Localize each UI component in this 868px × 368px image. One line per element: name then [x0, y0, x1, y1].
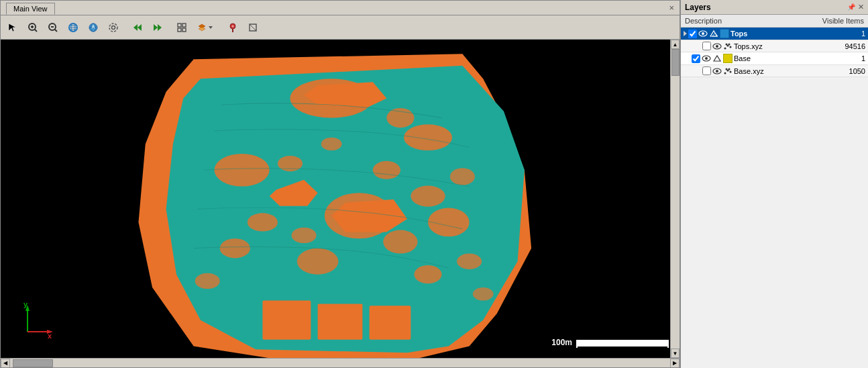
- axes-indicator: y x: [14, 302, 54, 342]
- main-viewport[interactable]: y x 100m: [1, 40, 680, 358]
- scroll-track-v[interactable]: [671, 49, 680, 349]
- svg-marker-76: [712, 33, 718, 36]
- svg-point-40: [214, 154, 269, 187]
- back-button[interactable]: [128, 18, 147, 37]
- scroll-up-button[interactable]: ▲: [671, 40, 680, 49]
- globe-button[interactable]: [64, 18, 83, 37]
- base-xyz-label: Base.xyz: [734, 67, 764, 75]
- layer-row-tops[interactable]: Tops 1: [681, 28, 868, 40]
- svg-marker-19: [133, 24, 138, 31]
- svg-point-91: [730, 71, 732, 73]
- scroll-down-button[interactable]: ▼: [671, 349, 680, 358]
- layers-pin-button[interactable]: 📌: [847, 3, 855, 11]
- base-label: Base: [734, 54, 751, 62]
- svg-rect-51: [262, 301, 311, 340]
- svg-point-55: [321, 138, 342, 150]
- svg-rect-52: [318, 304, 363, 339]
- scale-label: 100m: [547, 336, 576, 349]
- scroll-thumb-h[interactable]: [13, 359, 53, 367]
- main-view-tab[interactable]: Main View: [6, 3, 55, 15]
- tops-xyz-eye-icon: [712, 43, 722, 50]
- svg-point-58: [450, 168, 475, 185]
- select-tool-button[interactable]: [3, 18, 22, 37]
- layers-close-button[interactable]: ✕: [858, 3, 864, 11]
- svg-point-46: [297, 248, 339, 275]
- grid-button[interactable]: [172, 18, 191, 37]
- svg-point-32: [232, 25, 234, 27]
- svg-point-61: [414, 265, 441, 283]
- svg-rect-24: [182, 24, 186, 27]
- main-view-area: Main View ×: [0, 0, 680, 368]
- tops-xyz-count: 94516: [814, 40, 868, 52]
- base-xyz-eye-icon: [712, 68, 722, 75]
- svg-point-57: [411, 186, 445, 207]
- scroll-left-button[interactable]: ◀: [1, 359, 10, 368]
- layers-panel-title: Layers: [685, 3, 847, 12]
- base-xyz-count: 1050: [814, 65, 868, 77]
- svg-point-85: [705, 57, 708, 60]
- svg-point-50: [195, 273, 220, 289]
- svg-rect-72: [667, 340, 669, 348]
- base-terrain-icon: [712, 54, 722, 62]
- layer-row-tops-xyz[interactable]: Tops.xyz 94516: [681, 40, 868, 52]
- tab-close-button[interactable]: ×: [669, 3, 674, 13]
- svg-point-49: [220, 238, 250, 258]
- tops-xyz-checkbox[interactable]: [702, 42, 711, 50]
- settings-button[interactable]: [104, 18, 123, 37]
- svg-point-78: [716, 45, 718, 48]
- svg-rect-53: [370, 306, 411, 340]
- svg-point-56: [373, 161, 400, 179]
- base-xyz-pointcloud-icon: [723, 67, 733, 75]
- col-visible-items: Visible Items: [814, 15, 868, 28]
- svg-line-34: [250, 24, 256, 31]
- svg-line-4: [35, 29, 38, 32]
- svg-point-83: [728, 43, 730, 45]
- svg-point-74: [702, 32, 704, 35]
- svg-marker-75: [710, 31, 717, 36]
- main-toolbar: [1, 15, 680, 40]
- layers-panel: Layers 📌 ✕ Description Visible Items: [680, 0, 868, 368]
- tops-xyz-label: Tops.xyz: [734, 42, 763, 50]
- horizontal-scrollbar[interactable]: ◀ ▶: [1, 358, 680, 367]
- svg-marker-29: [209, 26, 213, 29]
- base-checkbox[interactable]: [692, 54, 700, 63]
- tab-bar: Main View ×: [1, 1, 680, 15]
- svg-rect-23: [178, 24, 181, 27]
- expand-tops-arrow[interactable]: [684, 31, 687, 36]
- layer-dropdown-button[interactable]: [193, 18, 218, 37]
- tops-count: 1: [814, 28, 868, 40]
- svg-point-92: [726, 68, 728, 70]
- base-eye-icon: [702, 55, 711, 62]
- zoom-out-button[interactable]: [44, 18, 62, 37]
- svg-point-48: [428, 208, 470, 237]
- tops-terrain-icon: [709, 30, 718, 38]
- tops-xyz-pointcloud-icon: [723, 42, 733, 50]
- base-xyz-checkbox[interactable]: [702, 66, 711, 75]
- zoom-in-button[interactable]: [23, 18, 42, 37]
- base-count: 1: [814, 52, 868, 65]
- vertical-scrollbar[interactable]: ▲ ▼: [670, 40, 680, 358]
- svg-point-89: [724, 72, 726, 74]
- svg-point-47: [383, 230, 417, 254]
- svg-rect-70: [576, 340, 669, 347]
- svg-point-79: [724, 47, 726, 49]
- map-button[interactable]: [84, 18, 103, 37]
- forward-button[interactable]: [148, 18, 167, 37]
- svg-point-42: [386, 108, 414, 128]
- layer-row-base-xyz[interactable]: Base.xyz 1050: [681, 65, 868, 77]
- extra-button[interactable]: [243, 18, 262, 37]
- layers-table: Description Visible Items: [681, 15, 868, 77]
- svg-point-62: [457, 254, 482, 269]
- tops-swatch: [720, 29, 729, 38]
- svg-point-63: [473, 287, 494, 300]
- scroll-thumb-v[interactable]: [671, 49, 680, 76]
- layers-content: Description Visible Items: [681, 15, 868, 368]
- tops-eye-icon: [698, 30, 708, 37]
- svg-point-60: [292, 228, 317, 243]
- tops-checkbox[interactable]: [688, 30, 697, 38]
- layer-row-base[interactable]: Base 1: [681, 52, 868, 65]
- svg-text:y: y: [23, 302, 28, 308]
- scroll-right-button[interactable]: ▶: [670, 359, 680, 368]
- svg-point-18: [109, 24, 117, 32]
- pin-button[interactable]: [223, 18, 242, 37]
